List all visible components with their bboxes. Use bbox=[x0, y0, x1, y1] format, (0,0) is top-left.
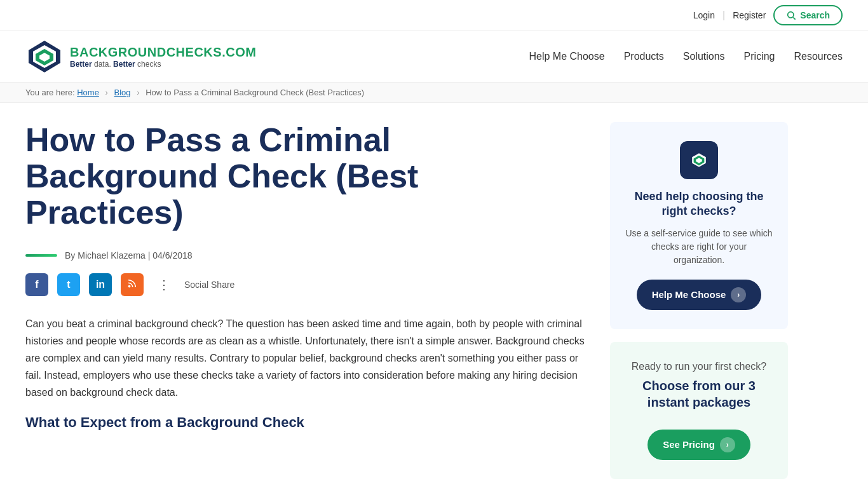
article-area: How to Pass a Criminal Background Check … bbox=[25, 122, 585, 488]
nav-pricing[interactable]: Pricing bbox=[744, 51, 775, 62]
sidebar-pricing-title: Ready to run your first check? bbox=[625, 361, 773, 372]
nav-solutions[interactable]: Solutions bbox=[683, 51, 725, 62]
navigation: BACKGROUNDCHECKS.COM Better data. Better… bbox=[0, 31, 868, 83]
social-label: Social Share bbox=[184, 280, 234, 290]
logo-link[interactable]: BACKGROUNDCHECKS.COM Better data. Better… bbox=[25, 37, 256, 76]
sidebar: Need help choosing the right checks? Use… bbox=[610, 122, 788, 488]
author-text: By Michael Klazema | 04/6/2018 bbox=[65, 250, 193, 261]
svg-point-0 bbox=[788, 12, 794, 18]
article-paragraph-1: Can you beat a criminal background check… bbox=[25, 315, 585, 402]
svg-point-6 bbox=[128, 285, 131, 287]
see-pricing-label: See Pricing bbox=[663, 439, 715, 450]
arrow-circle-icon: › bbox=[731, 287, 746, 302]
breadcrumb-sep1: › bbox=[105, 88, 108, 97]
twitter-share-button[interactable]: t bbox=[57, 273, 80, 296]
sidebar-card-pricing: Ready to run your first check? Choose fr… bbox=[610, 342, 788, 479]
help-me-choose-label: Help Me Choose bbox=[652, 289, 726, 300]
nav-products[interactable]: Products bbox=[624, 51, 664, 62]
logo-tagline: Better data. Better checks bbox=[70, 60, 256, 69]
register-link[interactable]: Register bbox=[733, 10, 766, 20]
linkedin-share-button[interactable]: in bbox=[89, 273, 112, 296]
social-share-bar: f t in ⋮ Social Share bbox=[25, 273, 585, 296]
login-link[interactable]: Login bbox=[693, 10, 715, 20]
rss-icon bbox=[126, 278, 138, 292]
sidebar-card-help: Need help choosing the right checks? Use… bbox=[610, 122, 788, 329]
see-pricing-button[interactable]: See Pricing › bbox=[648, 430, 750, 460]
sidebar-help-text: Use a self-service guide to see which ch… bbox=[625, 227, 773, 267]
linkedin-icon: in bbox=[96, 279, 105, 290]
sidebar-help-title: Need help choosing the right checks? bbox=[625, 189, 773, 219]
author-bar-decoration bbox=[25, 254, 57, 257]
logo-part2: CHECKS.COM bbox=[166, 45, 257, 59]
breadcrumb-prefix: You are here: bbox=[25, 88, 75, 97]
author-line: By Michael Klazema | 04/6/2018 bbox=[25, 250, 585, 261]
main-content: How to Pass a Criminal Background Check … bbox=[0, 103, 868, 488]
logo-icon bbox=[25, 37, 64, 76]
nav-help-me-choose[interactable]: Help Me Choose bbox=[529, 51, 604, 62]
nav-resources[interactable]: Resources bbox=[794, 51, 843, 62]
article-title: How to Pass a Criminal Background Check … bbox=[25, 122, 585, 231]
sidebar-diamond-icon bbox=[688, 149, 710, 172]
logo-part1: BACKGROUND bbox=[70, 45, 166, 59]
sidebar-logo-icon bbox=[680, 141, 718, 179]
rss-share-button[interactable] bbox=[121, 273, 144, 296]
breadcrumb-blog[interactable]: Blog bbox=[114, 88, 131, 97]
breadcrumb: You are here: Home › Blog › How to Pass … bbox=[0, 83, 868, 103]
divider: | bbox=[722, 10, 725, 21]
facebook-share-button[interactable]: f bbox=[25, 273, 48, 296]
sidebar-pricing-bold: Choose from our 3 instant packages bbox=[625, 377, 773, 410]
breadcrumb-current: How to Pass a Criminal Background Check … bbox=[146, 88, 364, 97]
article-subheading: What to Expect from a Background Check bbox=[25, 414, 585, 431]
pricing-arrow-icon: › bbox=[720, 437, 735, 452]
more-share-button[interactable]: ⋮ bbox=[153, 273, 175, 296]
nav-links: Help Me Choose Products Solutions Pricin… bbox=[529, 51, 843, 62]
facebook-icon: f bbox=[35, 279, 38, 290]
article-body: Can you beat a criminal background check… bbox=[25, 315, 585, 431]
help-me-choose-button[interactable]: Help Me Choose › bbox=[637, 280, 762, 310]
logo-name: BACKGROUNDCHECKS.COM bbox=[70, 45, 256, 60]
search-icon bbox=[786, 10, 796, 20]
svg-line-1 bbox=[794, 17, 796, 19]
breadcrumb-sep2: › bbox=[137, 88, 139, 97]
logo-text: BACKGROUNDCHECKS.COM Better data. Better… bbox=[70, 45, 256, 69]
top-bar: Login | Register Search bbox=[0, 0, 868, 31]
twitter-icon: t bbox=[67, 279, 70, 290]
search-label: Search bbox=[800, 10, 830, 20]
breadcrumb-home[interactable]: Home bbox=[77, 88, 99, 97]
search-button[interactable]: Search bbox=[773, 5, 843, 25]
